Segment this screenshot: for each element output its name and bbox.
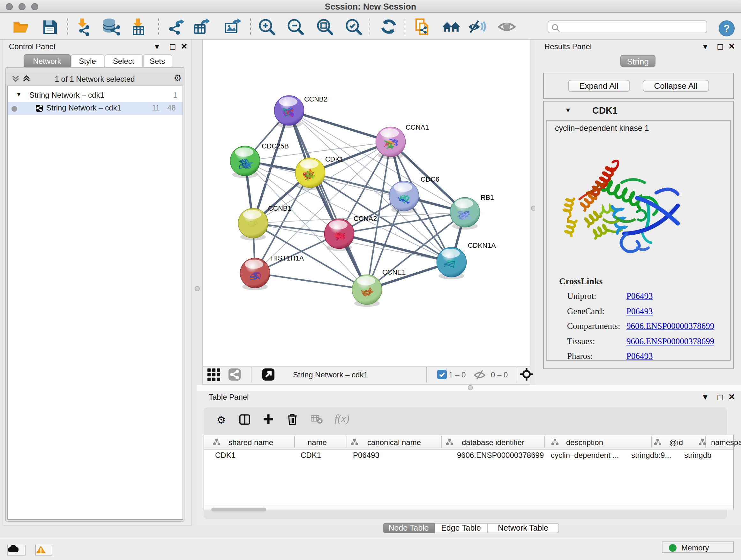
svg-text:CDC25B: CDC25B bbox=[261, 142, 288, 150]
svg-text:CCNB2: CCNB2 bbox=[304, 95, 327, 103]
svg-text:CDK1: CDK1 bbox=[325, 155, 343, 163]
svg-text:CDKN1A: CDKN1A bbox=[468, 241, 495, 249]
svg-text:CCNE1: CCNE1 bbox=[382, 268, 405, 276]
svg-text:⚙: ⚙ bbox=[217, 415, 226, 425]
svg-text:CCNA1: CCNA1 bbox=[405, 123, 428, 131]
svg-text:HIST1H1A: HIST1H1A bbox=[271, 254, 304, 262]
svg-text:?: ? bbox=[724, 22, 730, 34]
svg-text:CDC6: CDC6 bbox=[420, 175, 439, 183]
svg-text:CCNA2: CCNA2 bbox=[353, 214, 377, 223]
svg-text:CCNB1: CCNB1 bbox=[268, 204, 291, 212]
svg-text:RB1: RB1 bbox=[480, 193, 494, 201]
